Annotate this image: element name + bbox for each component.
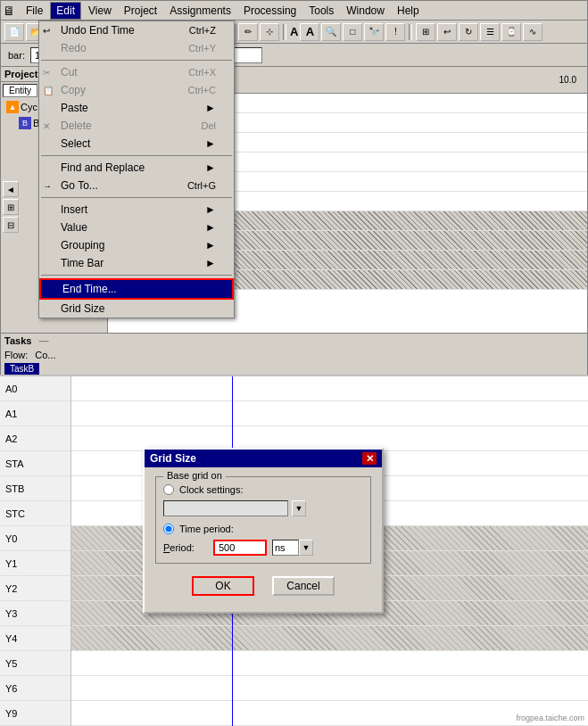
goto-icon: → <box>43 181 52 191</box>
menu-help[interactable]: Help <box>392 3 425 19</box>
entity-tab[interactable]: Entity <box>3 84 37 97</box>
dialog-title: Grid Size <box>150 452 196 465</box>
undo-btn[interactable]: ↩ <box>437 23 457 41</box>
signal-wave-Y3 <box>179 270 587 289</box>
dialog-titlebar: Grid Size ✕ <box>145 450 382 467</box>
binoculars-btn[interactable]: 🔭 <box>364 23 384 41</box>
signal-wave-STB <box>179 172 587 191</box>
copy-icon: 📋 <box>43 86 54 95</box>
menu-redo[interactable]: Redo Ctrl+Y <box>39 39 234 57</box>
dialog-close-button[interactable]: ✕ <box>362 452 377 465</box>
bottom-sig-A2: A2 <box>0 426 70 451</box>
file-icon: B <box>19 117 31 129</box>
base-grid-group: Base grid on Clock settings: ▼ Time peri… <box>155 476 371 564</box>
bottom-sig-Y5: Y5 <box>0 651 70 676</box>
period-row: Period: ns ▼ <box>163 540 363 556</box>
period-input-field[interactable] <box>213 540 267 556</box>
redo-btn[interactable]: ↻ <box>459 23 478 41</box>
clock-dropdown-arrow[interactable]: ▼ <box>292 500 306 516</box>
menu-copy[interactable]: 📋 Copy Ctrl+C <box>39 81 234 99</box>
watermark: frogpea.taiche.com <box>516 714 584 722</box>
bottom-sig-Y1: Y1 <box>0 551 70 576</box>
new-btn[interactable]: 📄 <box>4 23 24 41</box>
menu-processing[interactable]: Processing <box>238 3 302 19</box>
select-arrow: ► <box>205 137 216 150</box>
timebar-arrow: ► <box>205 257 216 269</box>
bottom-sig-STB: STB <box>0 476 70 501</box>
expand-left-btn[interactable]: ◄ <box>3 181 19 197</box>
clock-input-field[interactable] <box>163 500 288 516</box>
grid-btn[interactable]: ⊞ <box>416 23 435 41</box>
period-unit-dropdown[interactable]: ▼ <box>299 540 313 556</box>
signal-wave-A1 <box>179 113 587 132</box>
flow-label: Flow: <box>4 350 28 360</box>
menu-endtime-label: End Time... <box>62 283 117 295</box>
expand-right-btn[interactable]: ⊞ <box>3 199 19 215</box>
menu-paste[interactable]: Paste ► <box>39 99 234 117</box>
signal-wave-A0 <box>179 94 587 112</box>
radio-time[interactable] <box>163 524 174 534</box>
dialog-buttons: OK Cancel <box>155 573 371 603</box>
signal-wave-Y1 <box>179 231 587 250</box>
menu-tools[interactable]: Tools <box>303 3 339 19</box>
menu-redo-label: Redo <box>61 42 87 54</box>
toolbar-sep-4 <box>409 24 412 40</box>
grouping-arrow: ► <box>205 239 216 252</box>
menu-bar: 🖥 File Edit View Project Assignments Pro… <box>1 1 587 21</box>
menu-grouping[interactable]: Grouping ► <box>39 236 234 254</box>
pencil-btn[interactable]: ✏ <box>238 23 258 41</box>
menu-value-label: Value <box>61 221 87 234</box>
menu-window[interactable]: Window <box>341 3 390 19</box>
menu-sep-4 <box>41 275 232 276</box>
cursor-btn[interactable]: ⊹ <box>260 23 279 41</box>
menu-edit[interactable]: Edit <box>50 2 81 20</box>
group-legend: Base grid on <box>163 470 226 481</box>
triangle-icon: ▲ <box>6 101 19 113</box>
menu-insert[interactable]: Insert ► <box>39 201 234 219</box>
cut-shortcut: Ctrl+X <box>188 67 216 78</box>
waverow-A0 <box>71 376 588 401</box>
menu-select[interactable]: Select ► <box>39 135 234 153</box>
menu-cut[interactable]: ✂ Cut Ctrl+X <box>39 63 234 81</box>
signal-wave-STC <box>179 192 587 210</box>
menu-assignments[interactable]: Assignments <box>164 3 236 19</box>
toolbar-sep-3 <box>283 24 286 40</box>
clock-btn[interactable]: ⌚ <box>501 23 521 41</box>
exclaim-btn[interactable]: ! <box>385 23 405 41</box>
collapse-btn[interactable]: ⊟ <box>3 217 19 233</box>
goto-shortcut: Ctrl+G <box>187 180 216 191</box>
bottom-sig-Y2: Y2 <box>0 576 70 601</box>
menu-view[interactable]: View <box>83 3 117 19</box>
bottom-sig-Y4: Y4 <box>0 626 70 651</box>
align-btn[interactable]: ☰ <box>480 23 500 41</box>
menu-project[interactable]: Project <box>119 3 162 19</box>
ok-button[interactable]: OK <box>192 576 254 596</box>
menu-timebar[interactable]: Time Bar ► <box>39 254 234 272</box>
menu-value[interactable]: Value ► <box>39 219 234 236</box>
menu-endtime[interactable]: End Time... <box>39 278 234 300</box>
menu-select-label: Select <box>61 137 90 150</box>
menu-findreplace[interactable]: Find and Replace ► <box>39 159 234 177</box>
paste-arrow: ► <box>205 102 216 114</box>
cancel-button[interactable]: Cancel <box>272 576 335 596</box>
unit-container: ns ▼ <box>272 540 313 556</box>
bar-label: bar: <box>4 50 29 61</box>
tasks-header: Tasks — <box>1 334 587 348</box>
bottom-half: A0 A1 A2 STA STB STC Y0 Y1 Y2 Y3 Y4 Y5 Y… <box>0 375 588 726</box>
radio-time-row: Time period: <box>163 524 363 534</box>
wave-btn[interactable]: ∿ <box>523 23 542 41</box>
insert-arrow: ► <box>205 203 216 216</box>
bottom-sig-Y0: Y0 <box>0 526 70 551</box>
zoom-btn[interactable]: A <box>300 23 319 41</box>
search-btn[interactable]: 🔍 <box>321 23 341 41</box>
menu-delete[interactable]: ✕ Delete Del <box>39 117 234 135</box>
rect-btn[interactable]: □ <box>343 23 362 41</box>
menu-grouping-label: Grouping <box>61 239 104 252</box>
menu-goto[interactable]: → Go To... Ctrl+G <box>39 177 234 194</box>
radio-clock[interactable] <box>163 484 174 495</box>
menu-gridsize[interactable]: Grid Size <box>39 300 234 318</box>
menu-paste-label: Paste <box>61 102 88 114</box>
menu-file[interactable]: File <box>21 3 48 19</box>
menu-undo[interactable]: ↩ Undo End Time Ctrl+Z <box>39 21 234 39</box>
app-window: 🖥 File Edit View Project Assignments Pro… <box>0 0 588 375</box>
